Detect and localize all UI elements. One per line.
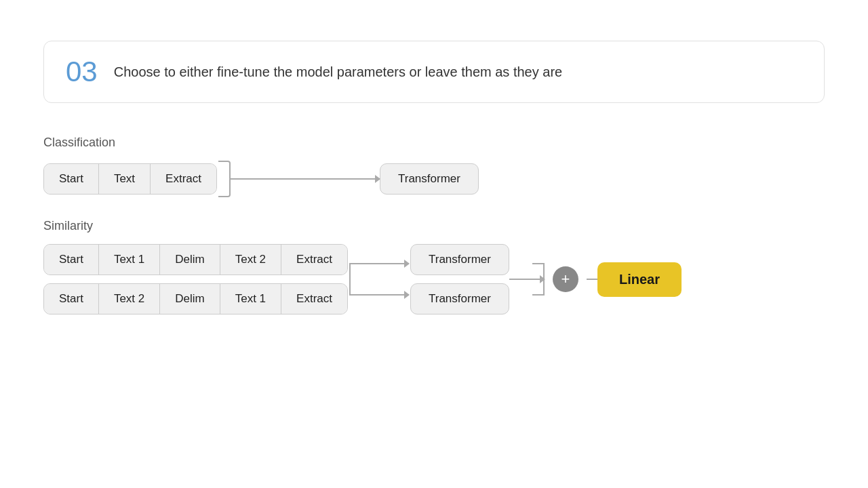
sim2-start: Start [44, 284, 99, 314]
plus-symbol: + [561, 270, 570, 288]
sim1-delim: Delim [160, 245, 220, 274]
classification-transformer-node: Transformer [380, 163, 479, 195]
sim-transformer-2: Transformer [410, 283, 509, 314]
classification-flow-group: Start Text Extract [43, 163, 217, 195]
step-number: 03 [66, 58, 98, 86]
sim2-text1: Text 1 [220, 284, 281, 314]
sim-merge-bracket [509, 247, 545, 312]
merge-plus-node: + [553, 266, 578, 292]
classification-section: Classification Start Text Extract Transf… [43, 136, 825, 197]
class-extract-node: Extract [151, 164, 216, 194]
sim-transformers: Transformer Transformer [410, 244, 509, 314]
similarity-flow: Start Text 1 Delim Text 2 Extract Start … [43, 244, 825, 314]
sim1-extract: Extract [281, 245, 347, 274]
arrow-to-linear [587, 279, 597, 280]
sim-bracket-connector [349, 247, 410, 312]
header-instruction: Choose to either fine-tune the model par… [114, 64, 562, 80]
similarity-flow-groups: Start Text 1 Delim Text 2 Extract Start … [43, 244, 348, 314]
sim-flow-group-1: Start Text 1 Delim Text 2 Extract [43, 244, 348, 275]
sim1-start: Start [44, 245, 99, 274]
sim1-text1: Text 1 [99, 245, 160, 274]
classification-label: Classification [43, 136, 825, 150]
classification-flow: Start Text Extract Transformer [43, 161, 825, 197]
similarity-label: Similarity [43, 219, 825, 233]
sim2-text2: Text 2 [99, 284, 160, 314]
class-start-node: Start [44, 164, 99, 194]
page-container: 03 Choose to either fine-tune the model … [0, 0, 868, 377]
sim2-delim: Delim [160, 284, 220, 314]
linear-node: Linear [597, 262, 682, 297]
similarity-section: Similarity Start Text 1 Delim Text 2 Ext… [43, 219, 825, 314]
header-box: 03 Choose to either fine-tune the model … [43, 41, 825, 103]
class-text-node: Text [99, 164, 151, 194]
sim-flow-group-2: Start Text 2 Delim Text 1 Extract [43, 283, 348, 314]
sim2-extract: Extract [281, 284, 347, 314]
sim-transformer-1: Transformer [410, 244, 509, 275]
sim1-text2: Text 2 [220, 245, 281, 274]
